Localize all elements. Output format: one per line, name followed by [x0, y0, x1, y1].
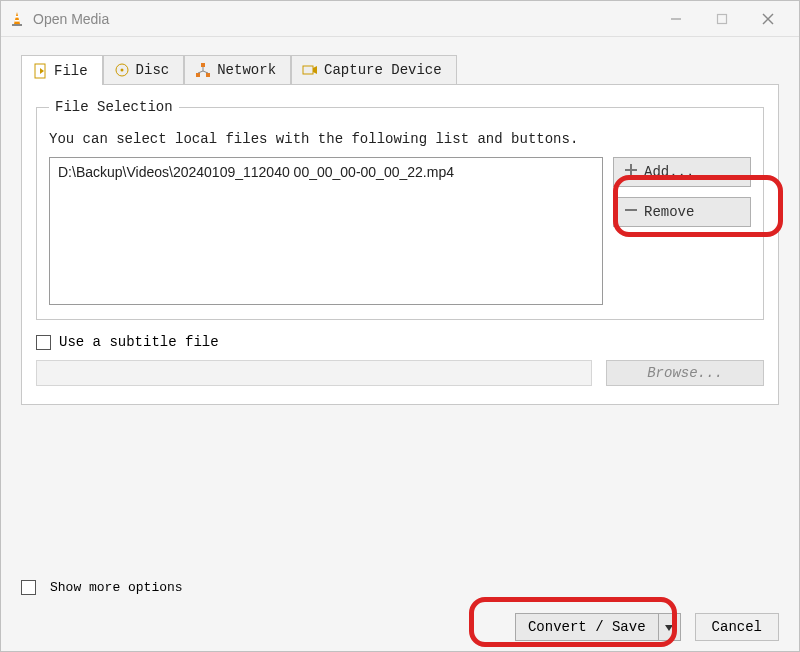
- use-subtitle-label: Use a subtitle file: [59, 334, 219, 350]
- client-area: File Disc Network Capture Device: [1, 37, 799, 651]
- window-title: Open Media: [33, 11, 109, 27]
- add-button-label: Add...: [644, 164, 694, 180]
- svg-line-16: [198, 71, 203, 73]
- capture-device-icon: [302, 62, 318, 78]
- use-subtitle-row: Use a subtitle file: [36, 334, 764, 350]
- svg-marker-23: [665, 625, 673, 631]
- svg-rect-21: [625, 169, 637, 171]
- svg-rect-22: [625, 209, 637, 211]
- add-button[interactable]: Add...: [613, 157, 751, 187]
- convert-save-dropdown[interactable]: [658, 614, 680, 640]
- file-tab-panel: File Selection You can select local file…: [21, 84, 779, 405]
- file-selection-group: File Selection You can select local file…: [36, 99, 764, 320]
- tab-file[interactable]: File: [21, 55, 103, 85]
- tab-disc[interactable]: Disc: [103, 55, 185, 85]
- remove-button[interactable]: Remove: [613, 197, 751, 227]
- svg-rect-1: [12, 24, 22, 26]
- remove-button-label: Remove: [644, 204, 694, 220]
- browse-button: Browse...: [606, 360, 764, 386]
- tab-capture[interactable]: Capture Device: [291, 55, 457, 85]
- tab-network[interactable]: Network: [184, 55, 291, 85]
- cancel-label: Cancel: [712, 619, 762, 635]
- cancel-button[interactable]: Cancel: [695, 613, 779, 641]
- svg-marker-0: [14, 12, 20, 24]
- file-selection-legend: File Selection: [49, 99, 179, 115]
- svg-point-11: [120, 69, 123, 72]
- file-list[interactable]: D:\Backup\Videos\20240109_112040 00_00_0…: [49, 157, 603, 305]
- minimize-button[interactable]: [653, 1, 699, 37]
- tab-capture-label: Capture Device: [324, 62, 442, 78]
- svg-rect-5: [718, 14, 727, 23]
- tabs: File Disc Network Capture Device: [21, 55, 779, 85]
- close-button[interactable]: [745, 1, 791, 37]
- network-icon: [195, 62, 211, 78]
- plus-icon: [624, 163, 638, 181]
- subtitle-path-input: [36, 360, 592, 386]
- show-more-checkbox[interactable]: [21, 580, 36, 595]
- svg-marker-19: [313, 66, 317, 74]
- show-more-label: Show more options: [50, 580, 183, 595]
- footer: Show more options Convert / Save C: [21, 560, 779, 641]
- chevron-down-icon: [665, 619, 673, 635]
- svg-rect-12: [201, 63, 205, 67]
- svg-rect-2: [15, 16, 19, 18]
- svg-rect-3: [15, 20, 20, 22]
- file-list-item[interactable]: D:\Backup\Videos\20240109_112040 00_00_0…: [58, 164, 594, 180]
- tab-file-label: File: [54, 63, 88, 79]
- maximize-button[interactable]: [699, 1, 745, 37]
- file-icon: [32, 63, 48, 79]
- tab-disc-label: Disc: [136, 62, 170, 78]
- svg-line-17: [203, 71, 208, 73]
- use-subtitle-checkbox[interactable]: [36, 335, 51, 350]
- minus-icon: [624, 203, 638, 221]
- disc-icon: [114, 62, 130, 78]
- svg-rect-14: [206, 73, 210, 77]
- file-selection-help: You can select local files with the foll…: [49, 131, 751, 147]
- convert-save-label: Convert / Save: [528, 619, 646, 635]
- vlc-cone-icon: [9, 11, 25, 27]
- convert-save-button[interactable]: Convert / Save: [515, 613, 681, 641]
- tab-network-label: Network: [217, 62, 276, 78]
- titlebar: Open Media: [1, 1, 799, 37]
- browse-button-label: Browse...: [647, 365, 723, 381]
- svg-rect-18: [303, 66, 313, 74]
- svg-rect-13: [196, 73, 200, 77]
- open-media-window: Open Media File Disc: [0, 0, 800, 652]
